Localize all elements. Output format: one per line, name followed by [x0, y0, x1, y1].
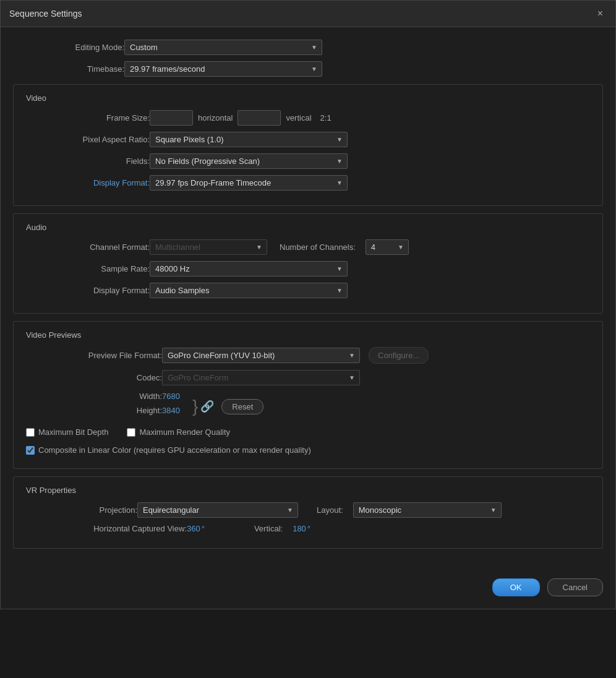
title-bar: Sequence Settings ×	[1, 1, 615, 27]
horizontal-view-unit: °	[202, 524, 205, 533]
frame-size-horizontal-input[interactable]: 7680	[150, 110, 193, 126]
audio-section-label: Audio	[26, 223, 590, 232]
channel-format-select-wrapper: Multichannel ▼	[150, 239, 267, 255]
audio-display-format-row: Display Format: Audio Samples ▼	[26, 283, 590, 298]
vr-properties-section-label: VR Properties	[26, 486, 590, 495]
channel-format-label: Channel Format:	[26, 242, 150, 252]
codec-label: Codec:	[26, 373, 162, 382]
dialog-footer: OK Cancel	[1, 569, 615, 609]
video-display-format-select-wrapper: 29.97 fps Drop-Frame Timecode ▼	[150, 175, 348, 191]
composite-checkbox[interactable]	[26, 446, 35, 455]
preview-file-format-select-wrapper: GoPro CineForm (YUV 10-bit) ▼	[162, 348, 360, 363]
editing-mode-label: Editing Mode:	[13, 43, 124, 52]
layout-select[interactable]: Monoscopic	[353, 502, 502, 518]
channel-format-row: Channel Format: Multichannel ▼ Number of…	[26, 239, 590, 255]
preview-file-format-row: Preview File Format: GoPro CineForm (YUV…	[26, 347, 590, 364]
cancel-button[interactable]: Cancel	[547, 578, 603, 596]
captured-view-row: Horizontal Captured View: 360 ° Vertical…	[26, 524, 590, 533]
height-row: Height: 3840	[26, 406, 180, 415]
video-previews-section-label: Video Previews	[26, 330, 590, 340]
width-value: 7680	[162, 392, 180, 401]
frame-size-vertical-input[interactable]: 3840	[237, 110, 281, 126]
audio-display-format-select-wrapper: Audio Samples ▼	[150, 283, 348, 298]
fields-select-wrapper: No Fields (Progressive Scan) ▼	[150, 153, 348, 169]
link-reset-group: } 🔗 Reset	[192, 398, 263, 415]
editing-mode-select-wrapper: Custom ▼	[124, 40, 322, 55]
sequence-settings-dialog: Sequence Settings × Editing Mode: Custom…	[0, 0, 616, 609]
layout-label: Layout:	[317, 505, 343, 515]
layout-select-wrapper: Monoscopic ▼	[353, 502, 502, 518]
composite-checkbox-row: Composite in Linear Color (requires GPU …	[26, 445, 590, 455]
height-value: 3840	[162, 406, 180, 415]
composite-label: Composite in Linear Color (requires GPU …	[38, 445, 311, 455]
editing-mode-row: Editing Mode: Custom ▼	[13, 40, 603, 55]
width-height-fields: Width: 7680 Height: 3840	[26, 392, 180, 421]
link-chain-icon: 🔗	[200, 400, 214, 413]
codec-row: Codec: GoPro CineForm ▼	[26, 370, 590, 385]
pixel-aspect-ratio-label: Pixel Aspect Ratio:	[26, 135, 150, 144]
vertical-value: 180	[293, 524, 306, 533]
audio-section: Audio Channel Format: Multichannel ▼ Num…	[13, 213, 603, 314]
max-bit-depth-checkbox-row: Maximum Bit Depth	[26, 427, 108, 437]
number-of-channels-select[interactable]: 4	[366, 239, 409, 255]
horizontal-view-label: Horizontal Captured View:	[26, 524, 187, 533]
max-bit-depth-label: Maximum Bit Depth	[38, 427, 108, 437]
channel-format-select[interactable]: Multichannel	[150, 239, 267, 255]
fields-row: Fields: No Fields (Progressive Scan) ▼	[26, 153, 590, 169]
max-bit-depth-checkbox[interactable]	[26, 428, 35, 437]
timebase-label: Timebase:	[13, 64, 124, 74]
configure-button[interactable]: Configure...	[369, 347, 429, 364]
projection-select[interactable]: Equirectangular	[137, 502, 298, 518]
close-button[interactable]: ×	[594, 7, 607, 20]
sample-rate-select[interactable]: 48000 Hz	[150, 261, 348, 277]
ok-button[interactable]: OK	[492, 578, 540, 596]
preview-file-format-select[interactable]: GoPro CineForm (YUV 10-bit)	[162, 348, 360, 363]
fields-select[interactable]: No Fields (Progressive Scan)	[150, 153, 348, 169]
checkboxes-row: Maximum Bit Depth Maximum Render Quality	[26, 427, 590, 442]
number-of-channels-label: Number of Channels:	[280, 242, 356, 252]
dialog-content: Editing Mode: Custom ▼ Timebase: 29.97 f…	[1, 27, 615, 569]
video-previews-section: Video Previews Preview File Format: GoPr…	[13, 321, 603, 469]
bracket-icon: }	[192, 398, 198, 415]
editing-mode-select[interactable]: Custom	[124, 40, 322, 55]
width-height-container: Width: 7680 Height: 3840 } 🔗 Reset	[26, 392, 590, 421]
vr-properties-section: VR Properties Projection: Equirectangula…	[13, 476, 603, 549]
audio-display-format-select[interactable]: Audio Samples	[150, 283, 348, 298]
projection-label: Projection:	[26, 505, 137, 515]
timebase-row: Timebase: 29.97 frames/second ▼	[13, 61, 603, 77]
horizontal-text: horizontal	[198, 113, 233, 122]
video-display-format-row: Display Format: 29.97 fps Drop-Frame Tim…	[26, 175, 590, 191]
sample-rate-select-wrapper: 48000 Hz ▼	[150, 261, 348, 277]
height-label: Height:	[26, 406, 162, 415]
max-render-quality-label: Maximum Render Quality	[139, 427, 230, 437]
timebase-select[interactable]: 29.97 frames/second	[124, 61, 322, 77]
video-display-format-label: Display Format:	[26, 178, 150, 187]
vertical-unit: °	[307, 524, 310, 533]
fields-label: Fields:	[26, 157, 150, 166]
horizontal-view-value: 360	[187, 524, 200, 533]
reset-button[interactable]: Reset	[221, 399, 263, 414]
vertical-text: vertical	[286, 113, 311, 122]
vertical-label: Vertical:	[254, 524, 283, 533]
number-of-channels-select-wrapper: 4 ▼	[366, 239, 409, 255]
preview-file-format-label: Preview File Format:	[26, 351, 162, 360]
aspect-ratio-text: 2:1	[320, 113, 332, 122]
codec-select[interactable]: GoPro CineForm	[162, 370, 360, 385]
sample-rate-row: Sample Rate: 48000 Hz ▼	[26, 261, 590, 277]
pixel-aspect-ratio-row: Pixel Aspect Ratio: Square Pixels (1.0) …	[26, 132, 590, 147]
dialog-title: Sequence Settings	[9, 9, 82, 19]
max-render-quality-checkbox[interactable]	[127, 428, 135, 437]
frame-size-row: Frame Size: 7680 horizontal 3840 vertica…	[26, 110, 590, 126]
audio-display-format-label: Display Format:	[26, 286, 150, 295]
video-section-label: Video	[26, 93, 590, 103]
timebase-select-wrapper: 29.97 frames/second ▼	[124, 61, 322, 77]
width-label: Width:	[26, 392, 162, 401]
sample-rate-label: Sample Rate:	[26, 264, 150, 273]
max-render-quality-checkbox-row: Maximum Render Quality	[127, 427, 230, 437]
video-section: Video Frame Size: 7680 horizontal 3840 v…	[13, 84, 603, 206]
video-display-format-select[interactable]: 29.97 fps Drop-Frame Timecode	[150, 175, 348, 191]
width-row: Width: 7680	[26, 392, 180, 401]
projection-select-wrapper: Equirectangular ▼	[137, 502, 298, 518]
pixel-aspect-ratio-select[interactable]: Square Pixels (1.0)	[150, 132, 348, 147]
frame-size-label: Frame Size:	[26, 113, 150, 122]
